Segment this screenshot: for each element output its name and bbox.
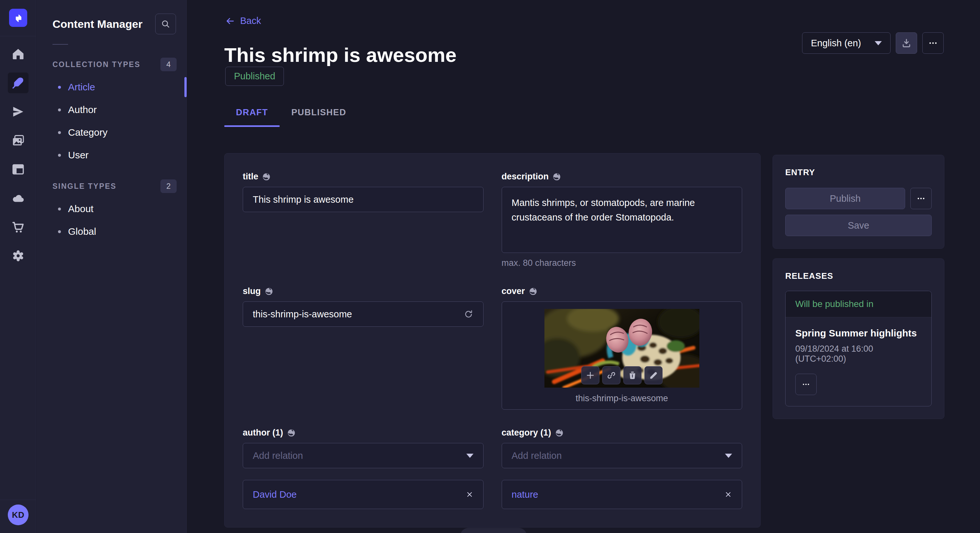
version-tabs: DRAFT PUBLISHED [224,108,358,127]
send-icon[interactable] [8,102,29,122]
release-more-button[interactable] [795,374,817,395]
sidebar-item-author[interactable]: Author [37,98,186,121]
download-button[interactable] [896,32,917,54]
nav-rail: KD [0,0,36,533]
cover-image[interactable] [544,309,699,388]
release-card: Will be published in Spring Summer highl… [785,291,932,406]
sidebar-item-label: User [68,150,89,160]
globe-icon [265,287,273,296]
field-cover: cover [502,286,743,409]
delete-media-button[interactable] [623,366,641,384]
releases-panel: RELEASES Will be published in Spring Sum… [773,259,944,419]
description-textarea[interactable]: Mantis shrimps, or stomatopods, are mari… [502,187,743,253]
cover-field-label: cover [502,286,525,296]
collection-types-label: COLLECTION TYPES [52,60,140,69]
user-avatar[interactable]: KD [8,504,29,525]
bullet-icon [58,131,61,134]
field-title: title This shrimp is awesome [243,171,484,268]
sidebar-item-about[interactable]: About [37,198,186,220]
sidebar-item-category[interactable]: Category [37,121,186,144]
entry-more-button[interactable] [910,188,932,209]
slug-value: this-shrimp-is-awesome [253,309,352,320]
edit-media-button[interactable] [644,366,662,384]
category-relation-link[interactable]: nature [512,489,538,500]
sidebar-item-label: Global [68,226,96,237]
home-icon[interactable] [8,44,29,65]
dots-icon [802,380,810,389]
strapi-logo-icon[interactable] [9,9,27,27]
category-field-label: category (1) [502,428,551,438]
chevron-down-icon [725,454,732,458]
author-relation-select[interactable]: Add relation [243,443,484,468]
more-actions-button[interactable] [922,32,944,54]
content-manager-sidebar: Content Manager COLLECTION TYPES 4 Artic… [37,0,187,533]
tab-draft[interactable]: DRAFT [224,108,280,127]
save-button[interactable]: Save [785,215,932,236]
sidebar-item-user[interactable]: User [37,144,186,167]
link-icon [606,370,616,380]
back-link[interactable]: Back [225,16,261,26]
single-types-section: SINGLE TYPES 2 About Global [37,179,186,243]
slug-field-label: slug [243,286,261,296]
field-slug: slug this-shrimp-is-awesome [243,286,484,409]
plus-icon [585,370,595,380]
active-indicator [185,77,187,97]
bullet-icon [58,108,61,111]
globe-icon [552,173,561,181]
sidebar-item-article[interactable]: Article [37,76,186,98]
search-button[interactable] [155,14,176,34]
cover-media-box: this-shrimp-is-awesome [502,301,743,409]
page-title: This shrimp is awesome [224,43,457,67]
title-input[interactable]: This shrimp is awesome [243,187,484,212]
sidebar-divider [52,44,68,45]
feather-icon[interactable] [8,73,29,93]
add-media-button[interactable] [581,366,599,384]
strapi-app: KD Content Manager COLLECTION TYPES 4 Ar… [0,0,980,533]
settings-icon[interactable] [8,246,29,266]
close-icon[interactable] [466,490,474,498]
category-select-placeholder: Add relation [512,451,562,461]
trash-icon [627,370,637,380]
releases-panel-title: RELEASES [785,271,932,281]
release-date: 09/18/2024 at 16:00 (UTC+02:00) [795,344,922,364]
bullet-icon [58,86,61,89]
scroll-pill-button[interactable] [460,528,527,533]
release-title: Spring Summer highlights [795,328,922,339]
chevron-down-icon [466,454,474,458]
globe-icon [529,287,537,296]
media-library-icon[interactable] [8,130,29,151]
dots-icon [928,38,938,48]
layout-icon[interactable] [8,159,29,180]
close-icon[interactable] [724,490,732,498]
sidebar-item-global[interactable]: Global [37,220,186,243]
cloud-icon[interactable] [8,188,29,209]
publish-button[interactable]: Publish [785,188,905,209]
globe-icon [287,429,296,437]
globe-icon [262,173,270,181]
edit-form-card: title This shrimp is awesome description [224,153,760,528]
cover-filename: this-shrimp-is-awesome [576,393,668,403]
copy-link-button[interactable] [602,366,620,384]
collection-types-count-badge: 4 [161,58,177,71]
locale-value: English (en) [811,38,861,49]
tab-published[interactable]: PUBLISHED [280,108,358,127]
description-hint: max. 80 characters [502,258,743,268]
release-status: Will be published in [786,291,931,317]
title-field-label: title [243,171,258,182]
regenerate-icon[interactable] [464,309,474,319]
locale-select[interactable]: English (en) [802,32,891,54]
field-description: description Mantis shrimps, or stomatopo… [502,171,743,268]
cart-icon[interactable] [8,217,29,237]
category-relation-select[interactable]: Add relation [502,443,743,468]
title-value: This shrimp is awesome [253,194,353,205]
slug-input[interactable]: this-shrimp-is-awesome [243,301,484,327]
sidebar-title: Content Manager [52,18,143,30]
collection-types-section: COLLECTION TYPES 4 Article Author Catego… [37,58,186,167]
bullet-icon [58,208,61,211]
bullet-icon [58,154,61,157]
search-icon [161,19,170,29]
single-types-count-badge: 2 [161,179,177,193]
description-field-label: description [502,171,549,182]
tab-active-underline [224,125,280,127]
author-relation-link[interactable]: David Doe [253,489,296,500]
